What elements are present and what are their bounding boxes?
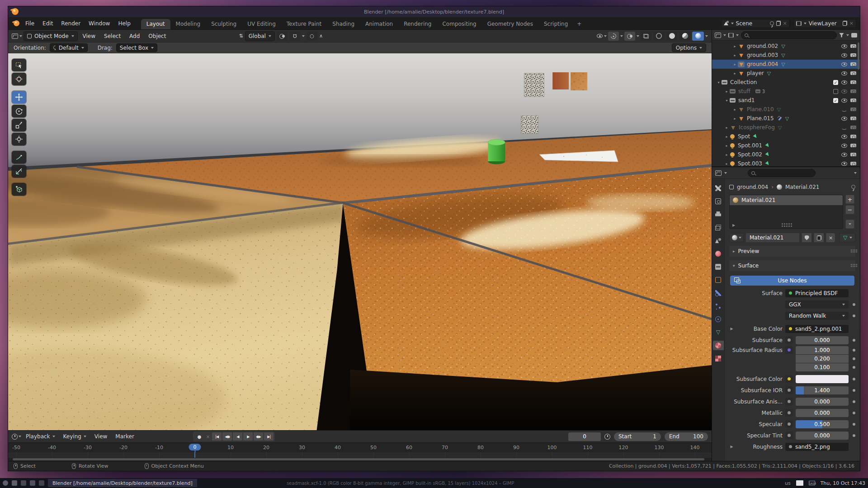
disable-in-renders-toggle[interactable] — [850, 98, 856, 103]
disable-in-renders-toggle[interactable] — [850, 143, 856, 148]
outliner-editor-icon[interactable] — [715, 33, 721, 38]
tool-add-cube[interactable] — [12, 183, 26, 196]
decorator-dot[interactable] — [853, 357, 855, 360]
launcher-icon[interactable] — [3, 480, 8, 486]
input-socket[interactable] — [785, 420, 793, 428]
menu-object[interactable]: Object — [145, 33, 170, 39]
play-reverse-button[interactable]: ◀ — [233, 432, 242, 441]
link-mode-dropdown[interactable]: ▽ — [839, 233, 855, 242]
timeline-ruler[interactable]: -50 -40 -30 -20 -10 0 10 20 30 40 50 60 … — [8, 442, 712, 452]
pin-id-icon[interactable] — [851, 185, 855, 189]
tab-modifiers[interactable] — [713, 288, 724, 298]
hide-in-viewport-toggle[interactable] — [841, 117, 847, 121]
menu-view[interactable]: View — [79, 33, 99, 39]
input-socket[interactable] — [785, 398, 793, 405]
taskbar-blender-window[interactable]: Blender [/home/amalie/Desktop/blender/te… — [48, 479, 197, 487]
outliner-row-spot-002[interactable]: ▸ Spot.002 — [712, 150, 860, 159]
use-preview-range-icon[interactable] — [604, 434, 610, 440]
tab-geometry-nodes[interactable]: Geometry Nodes — [482, 19, 538, 29]
menu-file[interactable]: File — [21, 17, 38, 30]
add-material-slot-button[interactable]: + — [845, 195, 854, 204]
current-frame-field[interactable]: 0 — [568, 432, 601, 441]
tab-texture[interactable] — [713, 354, 724, 363]
disclosure-icon[interactable]: ▸ — [732, 71, 738, 75]
disable-in-renders-toggle[interactable] — [850, 134, 856, 139]
metallic-slider[interactable]: 0.000 — [796, 409, 849, 417]
subsurface-radius-z[interactable]: 0.100 — [796, 363, 849, 371]
remove-view-layer-button[interactable]: × — [849, 20, 854, 26]
timeline-track-area[interactable] — [8, 452, 712, 458]
subsurface-anisotropy-slider[interactable]: 0.000 — [796, 398, 849, 406]
new-view-layer-button[interactable] — [843, 21, 847, 26]
decorator-dot[interactable] — [853, 378, 855, 380]
tool-scale[interactable] — [12, 119, 26, 131]
subsurface-color-swatch[interactable] — [796, 375, 849, 383]
display-mode-icon[interactable] — [728, 33, 734, 38]
disclosure-icon[interactable]: ▸ — [724, 144, 730, 148]
material-slot-selected[interactable]: Material.021 — [730, 195, 843, 205]
filter-icon[interactable] — [839, 33, 844, 38]
subsurface-ior-slider[interactable]: 1.400 — [796, 386, 849, 394]
outliner-row-ground-003[interactable]: ▸ ▼ ground.003 ▽ — [712, 51, 860, 60]
tab-sculpting[interactable]: Sculpting — [206, 19, 242, 29]
tab-world[interactable] — [713, 249, 724, 258]
transform-orientation-dropdown[interactable]: Global — [245, 31, 275, 41]
hide-in-viewport-toggle[interactable] — [841, 89, 847, 94]
collection-checkbox[interactable]: ✓ — [833, 80, 838, 85]
new-scene-button[interactable] — [776, 21, 781, 26]
tab-tool[interactable] — [713, 183, 724, 193]
collection-checkbox[interactable]: ✓ — [833, 98, 838, 103]
pin-icon[interactable] — [770, 21, 774, 25]
shading-rendered-button[interactable] — [692, 32, 704, 41]
keyboard-layout-indicator[interactable]: us — [785, 480, 791, 486]
gizmos-toggle[interactable] — [608, 32, 619, 41]
panel-grip[interactable] — [851, 249, 852, 251]
shading-material-button[interactable] — [679, 32, 691, 41]
tab-animation[interactable]: Animation — [360, 19, 398, 29]
tray-app-icon[interactable]: 1A16 — [809, 481, 815, 485]
tool-move[interactable] — [12, 91, 26, 103]
menu-render[interactable]: Render — [57, 17, 85, 30]
hide-in-viewport-toggle[interactable] — [841, 153, 847, 157]
hide-in-viewport-toggle[interactable] — [841, 99, 847, 103]
preview-panel-header[interactable]: ▸ Preview — [729, 246, 855, 257]
show-object-types-dropdown[interactable] — [597, 34, 603, 38]
unlink-material-button[interactable]: × — [826, 233, 835, 242]
slot-list-grip[interactable] — [786, 225, 788, 227]
disclosure-icon[interactable]: ▸ — [732, 62, 738, 66]
subsurface-radius-x[interactable]: 1.000 — [796, 346, 849, 354]
input-socket[interactable] — [785, 336, 793, 344]
decorator-dot[interactable] — [853, 303, 855, 306]
shading-solid-button[interactable] — [666, 32, 678, 41]
hide-in-viewport-toggle[interactable] — [841, 108, 847, 112]
disclosure-icon[interactable]: ▸ — [724, 162, 730, 166]
scrollbar-handle[interactable] — [13, 458, 704, 460]
input-socket[interactable] — [785, 375, 793, 383]
launcher-icon[interactable] — [39, 480, 44, 486]
tab-render[interactable] — [713, 197, 724, 206]
specular-tint-slider[interactable]: 0.000 — [796, 432, 849, 440]
hide-in-viewport-toggle[interactable] — [841, 44, 847, 48]
breadcrumb-object[interactable]: ground.004 — [737, 184, 768, 190]
disable-in-renders-toggle[interactable] — [850, 161, 856, 166]
blender-menu-icon[interactable] — [14, 20, 19, 26]
timeline-editor-icon[interactable] — [12, 434, 18, 440]
hide-in-viewport-toggle[interactable] — [841, 62, 847, 66]
subsurface-slider[interactable]: 0.000 — [796, 336, 849, 344]
tab-layout[interactable]: Layout — [141, 19, 170, 29]
menu-keying[interactable]: Keying — [60, 433, 90, 440]
disable-in-renders-toggle[interactable] — [850, 152, 856, 157]
disclosure-icon[interactable]: ▸ — [732, 44, 738, 48]
tool-select-box[interactable] — [12, 59, 26, 71]
use-nodes-button[interactable]: Use Nodes — [730, 276, 854, 286]
decorator-dot[interactable] — [853, 389, 855, 392]
disable-in-renders-toggle[interactable] — [850, 80, 856, 84]
disclosure-icon[interactable]: ▸ — [724, 135, 730, 139]
properties-search-input[interactable] — [748, 169, 816, 177]
clock[interactable]: Thu, 10 Oct 17:43 — [821, 480, 865, 486]
subsurface-radius-y[interactable]: 0.200 — [796, 355, 849, 363]
scene-selector[interactable]: Scene × — [721, 19, 790, 28]
outliner-row-sand1[interactable]: ▾ sand1 ✓ — [712, 96, 860, 105]
outliner-row-spot-001[interactable]: ▸ Spot.001 — [712, 141, 860, 150]
disable-in-renders-toggle[interactable] — [850, 71, 856, 75]
